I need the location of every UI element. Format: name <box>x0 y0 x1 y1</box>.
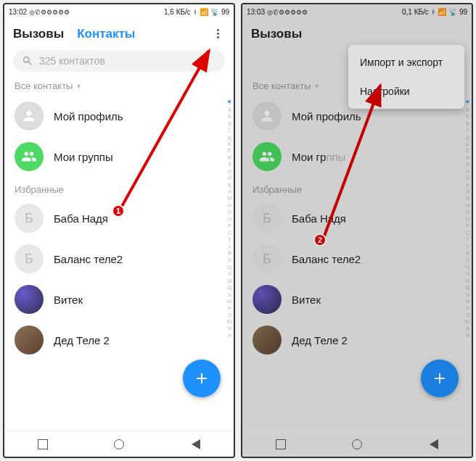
alpha-letter[interactable]: З <box>228 161 231 167</box>
alpha-letter[interactable]: Ь <box>228 304 231 311</box>
alpha-letter[interactable]: А <box>466 107 469 113</box>
nav-recents[interactable] <box>276 439 286 449</box>
menu-settings[interactable]: Настройки <box>348 77 464 106</box>
alpha-letter[interactable]: Ч <box>228 270 231 277</box>
contact-row[interactable]: Витек <box>4 279 234 320</box>
overflow-menu-button[interactable] <box>211 26 225 41</box>
alpha-letter[interactable]: Ю <box>465 318 470 325</box>
alpha-letter[interactable]: Т <box>466 236 469 243</box>
alpha-letter[interactable]: Н <box>228 202 231 209</box>
alpha-letter[interactable]: Ф <box>466 250 469 257</box>
alpha-letter[interactable]: Ж <box>227 154 231 161</box>
tab-contacts[interactable]: Контакты <box>77 27 135 41</box>
alpha-letter[interactable]: # <box>467 332 469 339</box>
alpha-letter[interactable]: Ч <box>466 270 469 277</box>
alpha-letter[interactable]: Б <box>228 113 231 120</box>
alpha-letter[interactable]: Й <box>228 175 231 181</box>
contact-row[interactable]: Б Баланс теле2 <box>242 238 472 279</box>
tab-calls[interactable]: Вызовы <box>251 27 302 41</box>
alpha-letter[interactable]: Г <box>229 127 231 133</box>
contact-row[interactable]: Витек <box>242 279 472 320</box>
contact-avatar <box>253 325 282 354</box>
alpha-letter[interactable]: П <box>228 216 231 223</box>
alpha-letter[interactable]: Ъ <box>228 291 232 298</box>
contact-row[interactable]: Дед Теле 2 <box>242 320 472 360</box>
contact-row[interactable]: Б Баба Надя <box>242 198 472 238</box>
alpha-letter[interactable]: В <box>466 120 469 127</box>
alpha-letter[interactable]: О <box>466 209 469 215</box>
status-time: 13:02 <box>9 8 27 16</box>
alpha-letter[interactable]: Щ <box>465 284 470 291</box>
add-contact-fab[interactable] <box>183 360 221 397</box>
alpha-letter[interactable]: Л <box>228 188 231 195</box>
alpha-letter[interactable]: О <box>228 209 231 215</box>
alpha-letter[interactable]: И <box>466 168 469 175</box>
alpha-letter[interactable]: Щ <box>227 284 232 291</box>
alpha-index[interactable]: ♥ АБВГДЕЁЖЗИЙКЛМНОПРСТУФХЦЧШЩЪЫЬЭЮЯ# <box>465 99 470 339</box>
alpha-letter[interactable]: Э <box>228 312 231 318</box>
alpha-letter[interactable]: З <box>466 161 469 167</box>
alpha-letter[interactable]: Й <box>466 175 469 181</box>
all-contacts-dropdown[interactable]: Все контакты ▾ <box>4 76 234 96</box>
alpha-letter[interactable]: П <box>466 216 469 223</box>
nav-back[interactable] <box>428 439 438 449</box>
menu-import-export[interactable]: Импорт и экспорт <box>348 48 464 77</box>
my-groups-row[interactable]: Мои грппы <box>242 136 472 177</box>
alpha-letter[interactable]: Ы <box>465 298 469 304</box>
alpha-letter[interactable]: В <box>228 120 231 127</box>
alpha-letter[interactable]: С <box>228 230 231 236</box>
alpha-letter[interactable]: Ф <box>228 250 231 257</box>
alpha-letter[interactable]: Д <box>466 134 469 141</box>
alpha-letter[interactable]: Ш <box>227 278 231 284</box>
alpha-letter[interactable]: Ы <box>227 298 231 304</box>
alpha-letter[interactable]: Ц <box>466 264 469 270</box>
alpha-letter[interactable]: Ь <box>466 304 469 311</box>
alpha-letter[interactable]: Ю <box>227 318 232 325</box>
alpha-letter[interactable]: Н <box>466 202 469 209</box>
alpha-letter[interactable]: Е <box>466 141 469 147</box>
contact-row[interactable]: Б Баланс теле2 <box>4 238 234 279</box>
alpha-letter[interactable]: Ж <box>465 154 469 161</box>
alpha-letter[interactable]: С <box>466 230 469 236</box>
alpha-letter[interactable]: Ц <box>228 264 231 270</box>
nav-back[interactable] <box>190 439 200 449</box>
alpha-letter[interactable]: Г <box>467 127 469 133</box>
alpha-letter[interactable]: Т <box>228 236 231 243</box>
alpha-letter[interactable]: Ш <box>465 278 469 284</box>
alpha-letter[interactable]: У <box>228 244 231 250</box>
alpha-letter[interactable]: Е <box>228 141 231 147</box>
alpha-letter[interactable]: К <box>228 182 231 188</box>
nav-home[interactable] <box>352 439 362 449</box>
alpha-letter[interactable]: Ё <box>466 147 469 154</box>
search-input[interactable]: 325 контактов <box>13 50 225 72</box>
alpha-letter[interactable]: Р <box>228 223 231 229</box>
my-groups-row[interactable]: Мои группы <box>4 136 234 177</box>
alpha-letter[interactable]: Л <box>466 188 469 195</box>
nav-home[interactable] <box>114 439 124 449</box>
alpha-letter[interactable]: Я <box>466 325 469 332</box>
nav-recents[interactable] <box>38 439 48 449</box>
add-contact-fab[interactable] <box>421 360 459 397</box>
alpha-letter[interactable]: А <box>228 107 231 113</box>
alpha-letter[interactable]: Э <box>466 312 469 318</box>
alpha-letter[interactable]: Х <box>466 257 469 263</box>
tab-bar: Вызовы Контакты <box>242 19 472 46</box>
alpha-letter[interactable]: И <box>228 168 231 175</box>
alpha-letter[interactable]: У <box>466 244 469 250</box>
alpha-letter[interactable]: Ъ <box>466 291 470 298</box>
contact-row[interactable]: Дед Теле 2 <box>4 320 234 360</box>
alpha-letter[interactable]: М <box>466 195 470 202</box>
alpha-letter[interactable]: Ё <box>228 147 231 154</box>
alpha-letter[interactable]: Х <box>228 257 231 263</box>
alpha-index[interactable]: ♥ АБВГДЕЁЖЗИЙКЛМНОПРСТУФХЦЧШЩЪЫЬЭЮЯ# <box>227 99 232 339</box>
alpha-letter[interactable]: Я <box>228 325 231 332</box>
contact-label: Витек <box>54 294 83 306</box>
alpha-letter[interactable]: М <box>228 195 232 202</box>
alpha-letter[interactable]: Р <box>466 223 469 229</box>
alpha-letter[interactable]: # <box>229 332 231 339</box>
my-profile-row[interactable]: Мой профиль <box>4 96 234 136</box>
alpha-letter[interactable]: Д <box>228 134 231 141</box>
tab-calls[interactable]: Вызовы <box>13 27 64 41</box>
alpha-letter[interactable]: Б <box>466 113 469 120</box>
alpha-letter[interactable]: К <box>466 182 469 188</box>
